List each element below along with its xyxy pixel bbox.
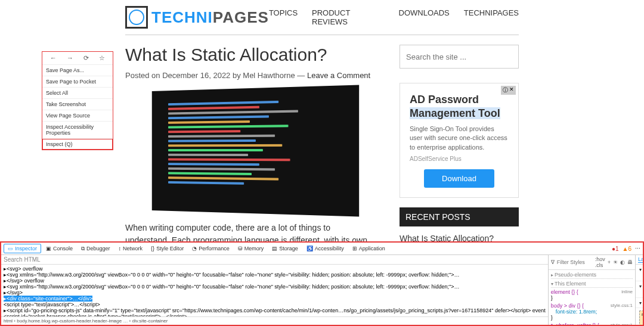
html-line[interactable]: ▸<script id="go-pricing-scripts-js" data… bbox=[2, 308, 547, 313]
logo-text: TECHNIPAGES bbox=[151, 8, 269, 27]
ad-download-button[interactable]: Download bbox=[424, 169, 494, 188]
tab-console[interactable]: ▣Console bbox=[42, 244, 76, 253]
filter-icon: ∇ bbox=[551, 259, 555, 265]
rule-selector[interactable]: element {} { bbox=[551, 289, 578, 295]
light-icon[interactable]: ☀ bbox=[613, 259, 618, 265]
hero-image bbox=[152, 85, 359, 217]
ctx-save-as[interactable]: Save Page As... bbox=[42, 65, 113, 76]
article: What Is Static Allocation? Posted on Dec… bbox=[125, 45, 376, 259]
nav-technipages[interactable]: TECHNIPAGES bbox=[464, 8, 519, 26]
storage-icon: ▤ bbox=[272, 246, 277, 252]
ad-info-icon[interactable]: ⓘ bbox=[503, 86, 508, 94]
rule-selector[interactable]: body > div {} { bbox=[551, 303, 584, 309]
logo[interactable]: TECHNIPAGES bbox=[125, 6, 269, 29]
ad-source: ADSelfService Plus bbox=[410, 156, 509, 162]
box-model-diagram[interactable]: margin 0 bbox=[639, 311, 643, 325]
box-model-header[interactable]: Box Model bbox=[639, 300, 643, 306]
this-element-section[interactable]: This Element bbox=[551, 280, 633, 288]
ad-close-icon[interactable]: ✕ bbox=[509, 86, 514, 94]
tab-memory[interactable]: ⛁Memory bbox=[234, 244, 268, 253]
html-tree[interactable]: ▸<svg> overflow ▸<svg xmlns="http://www.… bbox=[1, 265, 548, 316]
pseudo-elements-section[interactable]: Pseudo-elements bbox=[551, 271, 633, 279]
layout-pane: Layout Computed Changes Compatibility Fl… bbox=[636, 255, 643, 325]
ctx-inspect[interactable]: Inspect (Q) bbox=[42, 139, 113, 150]
ctx-save-pocket[interactable]: Save Page to Pocket bbox=[42, 76, 113, 88]
html-line[interactable]: ▸</svg> overflow bbox=[2, 278, 547, 284]
ctx-view-source[interactable]: View Page Source bbox=[42, 110, 113, 122]
forward-icon[interactable]: → bbox=[67, 54, 73, 62]
devtools-panel: ▭Inspector ▣Console ⧉Debugger ↕Network {… bbox=[0, 241, 644, 326]
a11y-icon: ♿ bbox=[306, 246, 313, 252]
tab-layout[interactable]: Layout bbox=[638, 256, 643, 263]
tab-performance[interactable]: ◔Performance bbox=[188, 244, 233, 253]
recent-posts-header: RECENT POSTS bbox=[400, 207, 519, 226]
hov-cls-toggle[interactable]: :hov .cls bbox=[595, 256, 605, 268]
rule-source[interactable]: style.css:1 bbox=[611, 322, 633, 325]
nav-reviews[interactable]: PRODUCT REVIEWS bbox=[312, 8, 384, 26]
logo-icon bbox=[125, 6, 148, 29]
search-input[interactable] bbox=[406, 52, 512, 61]
tab-application[interactable]: ⊞Application bbox=[349, 244, 389, 253]
tab-style-editor[interactable]: {}Style Editor bbox=[147, 244, 187, 253]
article-title: What Is Static Allocation? bbox=[125, 45, 376, 65]
main-nav: TOPICS PRODUCT REVIEWS DOWNLOADS TECHNIP… bbox=[269, 8, 519, 26]
site-header: TECHNIPAGES TOPICS PRODUCT REVIEWS DOWNL… bbox=[125, 0, 519, 35]
debugger-icon: ⧉ bbox=[81, 246, 85, 252]
html-pane: Search HTML ▸<svg> overflow ▸<svg xmlns=… bbox=[1, 255, 549, 325]
bookmark-icon[interactable]: ☆ bbox=[99, 54, 105, 62]
tab-storage[interactable]: ▤Storage bbox=[268, 244, 302, 253]
inspector-icon: ▭ bbox=[8, 246, 13, 252]
flexbox-body: Select a Flex container or item to conti… bbox=[639, 272, 643, 279]
leave-comment-link[interactable]: Leave a Comment bbox=[307, 71, 370, 80]
box-margin-label: margin bbox=[642, 312, 643, 317]
plus-icon[interactable]: + bbox=[608, 259, 611, 265]
rule-prop[interactable]: font-size: 1.8rem; bbox=[551, 309, 597, 315]
ctx-inspect-a11y[interactable]: Inspect Accessibility Properties bbox=[42, 122, 113, 139]
error-count[interactable]: ●1 bbox=[612, 246, 619, 252]
warn-count[interactable]: ▲6 bbox=[623, 246, 631, 252]
html-search[interactable]: Search HTML bbox=[1, 255, 548, 265]
meta-sep: — bbox=[295, 71, 307, 80]
flexbox-header[interactable]: Flexbox bbox=[639, 266, 643, 272]
html-line-selected[interactable]: ▸<div class="site-container">…</div> bbox=[4, 296, 92, 302]
filter-styles-input[interactable] bbox=[557, 259, 593, 265]
meta-author[interactable]: Mel Hawthorne bbox=[243, 71, 295, 80]
reload-icon[interactable]: ⟳ bbox=[83, 54, 89, 62]
meta-date: December 16, 2022 bbox=[162, 71, 230, 80]
grid-body: CSS Grid is not in use on this page bbox=[639, 289, 643, 296]
ad-badge: ⓘ✕ bbox=[501, 86, 516, 95]
ctx-screenshot[interactable]: Take Screenshot bbox=[42, 99, 113, 110]
perf-icon: ◔ bbox=[192, 246, 197, 252]
tab-network[interactable]: ↕Network bbox=[115, 244, 147, 253]
context-menu-nav-icons: ← → ⟳ ☆ bbox=[42, 52, 113, 65]
back-icon[interactable]: ← bbox=[50, 54, 57, 62]
ctx-select-all[interactable]: Select All bbox=[42, 88, 113, 99]
ad-title: AD Password Management Tool bbox=[410, 93, 509, 121]
devtools-menu-icon[interactable]: ⋯ bbox=[635, 246, 640, 252]
tab-debugger[interactable]: ⧉Debugger bbox=[78, 244, 114, 253]
nav-downloads[interactable]: DOWNLOADS bbox=[399, 8, 450, 26]
ad-card: ⓘ✕ AD Password Management Tool Single Si… bbox=[400, 83, 519, 198]
breadcrumb[interactable]: html › body.home.blog.wp-custom-header.h… bbox=[1, 316, 548, 325]
nav-topics[interactable]: TOPICS bbox=[269, 8, 298, 26]
memory-icon: ⛁ bbox=[238, 246, 243, 252]
meta-prefix: Posted on bbox=[125, 71, 162, 80]
rule-source[interactable]: style.css:1 bbox=[611, 303, 633, 308]
layout-tabs: Layout Computed Changes Compatibility bbox=[636, 255, 643, 265]
rule-source[interactable]: inline bbox=[621, 289, 633, 294]
html-line[interactable]: ▸</svg> bbox=[2, 290, 547, 296]
dark-icon[interactable]: ◐ bbox=[620, 259, 625, 265]
search-box[interactable] bbox=[400, 45, 519, 69]
tab-accessibility[interactable]: ♿Accessibility bbox=[303, 244, 348, 253]
html-line[interactable]: <script type="text/javascript">…</script… bbox=[2, 302, 547, 308]
tab-inspector[interactable]: ▭Inspector bbox=[4, 244, 41, 253]
grid-header[interactable]: Grid bbox=[639, 283, 643, 289]
print-icon[interactable]: 🖶 bbox=[627, 259, 633, 265]
devtools-tabs: ▭Inspector ▣Console ⧉Debugger ↕Network {… bbox=[1, 243, 643, 255]
html-line[interactable]: ▸<svg> overflow bbox=[2, 266, 547, 272]
article-meta: Posted on December 16, 2022 by Mel Hawth… bbox=[125, 71, 376, 80]
html-line[interactable]: ▸<svg xmlns="http://www.w3.org/2000/svg"… bbox=[2, 272, 547, 278]
rule-selector[interactable]: *, ::before, ::after {} { bbox=[551, 322, 599, 325]
network-icon: ↕ bbox=[119, 246, 122, 252]
html-line[interactable]: ▸<svg xmlns="http://www.w3.org/2000/svg"… bbox=[2, 284, 547, 290]
